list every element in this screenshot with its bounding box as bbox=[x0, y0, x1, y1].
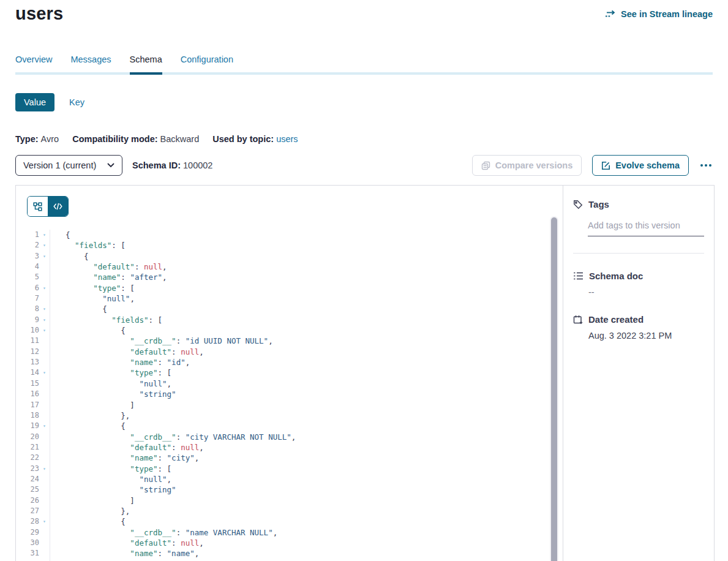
schema-meta-row: Type:Avro Compatibility mode:Backward Us… bbox=[15, 134, 298, 144]
line-gutter: 19▾ bbox=[16, 421, 50, 431]
code-text: { bbox=[50, 251, 89, 262]
code-line: 4 "default": null, bbox=[16, 262, 563, 272]
tab-configuration[interactable]: Configuration bbox=[181, 55, 233, 64]
fold-spacer bbox=[39, 548, 50, 559]
line-number: 28 bbox=[16, 516, 39, 527]
code-line: 6▾ "type": [ bbox=[16, 283, 563, 293]
line-gutter: 31 bbox=[16, 548, 50, 559]
fold-spacer bbox=[39, 293, 50, 304]
more-options-button[interactable] bbox=[699, 162, 713, 169]
fold-toggle-icon[interactable]: ▾ bbox=[39, 325, 50, 336]
list-icon bbox=[573, 271, 584, 280]
topic-link[interactable]: users bbox=[276, 134, 298, 144]
code-text: }, bbox=[50, 506, 130, 516]
fold-toggle-icon[interactable]: ▾ bbox=[39, 283, 50, 293]
line-number: 10 bbox=[16, 325, 39, 336]
value-tab-button[interactable]: Value bbox=[15, 93, 54, 111]
code-text: { bbox=[50, 304, 107, 314]
fold-toggle-icon[interactable]: ▾ bbox=[39, 367, 50, 378]
schema-doc-section: Schema doc -- bbox=[573, 271, 704, 297]
code-text: { bbox=[50, 325, 126, 336]
fold-spacer bbox=[39, 357, 50, 367]
line-gutter: 6▾ bbox=[16, 283, 50, 293]
tag-icon bbox=[573, 200, 583, 209]
fold-toggle-icon[interactable]: ▾ bbox=[39, 251, 50, 262]
code-line: 12 "default": null, bbox=[16, 347, 563, 357]
chevron-down-icon bbox=[107, 163, 114, 168]
code-line: 27 }, bbox=[16, 506, 563, 516]
fold-spacer bbox=[39, 347, 50, 357]
code-line: 30 "default": null, bbox=[16, 538, 563, 548]
code-text: { bbox=[50, 230, 70, 240]
editor-scrollbar-thumb[interactable] bbox=[551, 217, 557, 561]
line-gutter: 21 bbox=[16, 442, 50, 453]
line-gutter: 9▾ bbox=[16, 315, 50, 325]
schema-code-editor[interactable]: 1▾{2▾ "fields": [3▾ {4 "default": null,5… bbox=[16, 230, 563, 561]
line-gutter: 23▾ bbox=[16, 464, 50, 474]
fold-toggle-icon[interactable]: ▾ bbox=[39, 240, 50, 250]
fold-toggle-icon[interactable]: ▾ bbox=[39, 559, 50, 561]
code-line: 8▾ { bbox=[16, 304, 563, 314]
tab-schema[interactable]: Schema bbox=[130, 55, 162, 64]
fold-toggle-icon[interactable]: ▾ bbox=[39, 464, 50, 474]
evolve-schema-button[interactable]: Evolve schema bbox=[592, 155, 689, 176]
fold-toggle-icon[interactable]: ▾ bbox=[39, 315, 50, 325]
line-gutter: 22 bbox=[16, 453, 50, 463]
version-bar: Version 1 (current) Schema ID: 100002 bbox=[15, 155, 212, 176]
schema-actions: Compare versions Evolve schema bbox=[472, 155, 713, 176]
code-line: 23▾ "type": [ bbox=[16, 464, 563, 474]
code-text: "name": "city", bbox=[50, 453, 199, 463]
used-by-topic-field: Used by topic:users bbox=[212, 134, 298, 144]
line-number: 29 bbox=[16, 527, 39, 538]
line-number: 13 bbox=[16, 357, 39, 367]
line-gutter: 14▾ bbox=[16, 367, 50, 378]
fold-toggle-icon[interactable]: ▾ bbox=[39, 304, 50, 314]
code-text: ] bbox=[50, 400, 135, 410]
tab-messages[interactable]: Messages bbox=[70, 55, 111, 64]
line-number: 4 bbox=[16, 262, 39, 272]
line-number: 21 bbox=[16, 442, 39, 453]
fold-spacer bbox=[39, 400, 50, 410]
used-by-topic-label: Used by topic: bbox=[212, 134, 274, 144]
code-line: 17 ] bbox=[16, 400, 563, 410]
key-tab-button[interactable]: Key bbox=[69, 97, 84, 107]
code-text: "string" bbox=[50, 389, 176, 399]
code-line: 3▾ { bbox=[16, 251, 563, 262]
line-number: 16 bbox=[16, 389, 39, 399]
editor-scrollbar[interactable] bbox=[550, 216, 558, 561]
fold-toggle-icon[interactable]: ▾ bbox=[39, 421, 50, 431]
tab-overview[interactable]: Overview bbox=[15, 55, 52, 64]
add-tags-input[interactable] bbox=[588, 219, 704, 236]
see-in-stream-lineage-link[interactable]: See in Stream lineage bbox=[605, 9, 713, 19]
fold-toggle-icon[interactable]: ▾ bbox=[39, 516, 50, 527]
code-line: 24 "null", bbox=[16, 474, 563, 484]
type-label: Type: bbox=[15, 134, 39, 144]
code-line: 15 "null", bbox=[16, 378, 563, 389]
fold-spacer bbox=[39, 272, 50, 282]
code-text: "type": [ bbox=[50, 367, 171, 378]
line-number: 12 bbox=[16, 347, 39, 357]
compare-versions-button[interactable]: Compare versions bbox=[472, 155, 582, 176]
fold-spacer bbox=[39, 336, 50, 346]
more-horizontal-icon bbox=[709, 164, 711, 167]
version-select[interactable]: Version 1 (current) bbox=[15, 155, 122, 176]
line-number: 23 bbox=[16, 464, 39, 474]
code-text: { bbox=[50, 516, 126, 527]
code-text: }, bbox=[50, 410, 130, 421]
line-number: 24 bbox=[16, 474, 39, 484]
tree-view-button[interactable] bbox=[28, 197, 48, 216]
edit-schema-icon bbox=[601, 161, 610, 170]
fold-spacer bbox=[39, 453, 50, 463]
fold-toggle-icon[interactable]: ▾ bbox=[39, 230, 50, 240]
line-gutter: 10▾ bbox=[16, 325, 50, 336]
line-gutter: 8▾ bbox=[16, 304, 50, 314]
fold-spacer bbox=[39, 410, 50, 421]
fold-spacer bbox=[39, 432, 50, 442]
schema-id-field: Schema ID: 100002 bbox=[132, 160, 212, 170]
line-gutter: 11 bbox=[16, 336, 50, 346]
tags-heading: Tags bbox=[588, 199, 609, 209]
code-view-button[interactable] bbox=[48, 197, 68, 216]
line-gutter: 16 bbox=[16, 389, 50, 399]
editor-view-toggle bbox=[27, 196, 69, 217]
line-number: 15 bbox=[16, 378, 39, 389]
